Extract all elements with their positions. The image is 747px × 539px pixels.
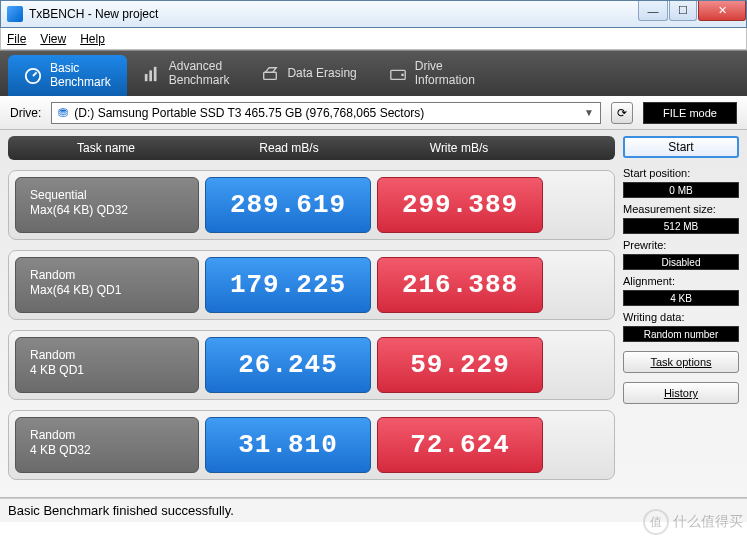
write-value: 216.388 — [377, 257, 543, 313]
write-value: 72.624 — [377, 417, 543, 473]
result-row: RandomMax(64 KB) QD1179.225216.388 — [8, 250, 615, 320]
tab-advanced-benchmark[interactable]: AdvancedBenchmark — [127, 51, 246, 96]
menu-view[interactable]: View — [40, 32, 66, 46]
main-panel: Task name Read mB/s Write mB/s Sequentia… — [0, 130, 747, 498]
task-name: SequentialMax(64 KB) QD32 — [15, 177, 199, 233]
disk-icon: ⛃ — [58, 106, 68, 120]
tab-drive-information[interactable]: DriveInformation — [373, 51, 491, 96]
status-text: Basic Benchmark finished successfully. — [8, 503, 234, 518]
header-read: Read mB/s — [204, 141, 374, 155]
drive-icon — [389, 65, 407, 83]
tab-strip: BasicBenchmark AdvancedBenchmark Data Er… — [0, 50, 747, 96]
history-button[interactable]: History — [623, 382, 739, 404]
measurement-size-value[interactable]: 512 MB — [623, 218, 739, 234]
tab-data-erasing[interactable]: Data Erasing — [245, 51, 372, 96]
menu-file[interactable]: File — [7, 32, 26, 46]
header-task: Task name — [8, 141, 204, 155]
refresh-button[interactable]: ⟳ — [611, 102, 633, 124]
svg-rect-5 — [264, 72, 277, 79]
app-icon — [7, 6, 23, 22]
result-row: Random4 KB QD3231.81072.624 — [8, 410, 615, 480]
header-write: Write mB/s — [374, 141, 544, 155]
write-value: 299.389 — [377, 177, 543, 233]
read-value: 31.810 — [205, 417, 371, 473]
measurement-size-label: Measurement size: — [623, 203, 739, 215]
results-header: Task name Read mB/s Write mB/s — [8, 136, 615, 160]
status-bar: Basic Benchmark finished successfully. — [0, 498, 747, 522]
erase-icon — [261, 65, 279, 83]
svg-rect-4 — [154, 66, 157, 80]
alignment-label: Alignment: — [623, 275, 739, 287]
maximize-button[interactable]: ☐ — [669, 1, 697, 21]
drive-row: Drive: ⛃ (D:) Samsung Portable SSD T3 46… — [0, 96, 747, 130]
results-panel: Task name Read mB/s Write mB/s Sequentia… — [8, 136, 615, 497]
file-mode-indicator[interactable]: FILE mode — [643, 102, 737, 124]
writing-data-label: Writing data: — [623, 311, 739, 323]
window-titlebar: TxBENCH - New project — ☐ ✕ — [0, 0, 747, 28]
drive-label: Drive: — [10, 106, 41, 120]
task-name: Random4 KB QD1 — [15, 337, 199, 393]
result-row: Random4 KB QD126.24559.229 — [8, 330, 615, 400]
read-value: 289.619 — [205, 177, 371, 233]
read-value: 179.225 — [205, 257, 371, 313]
write-value: 59.229 — [377, 337, 543, 393]
prewrite-label: Prewrite: — [623, 239, 739, 251]
drive-select[interactable]: ⛃ (D:) Samsung Portable SSD T3 465.75 GB… — [51, 102, 601, 124]
refresh-icon: ⟳ — [617, 106, 627, 120]
svg-line-1 — [33, 72, 37, 76]
task-name: Random4 KB QD32 — [15, 417, 199, 473]
task-options-button[interactable]: Task options — [623, 351, 739, 373]
result-row: SequentialMax(64 KB) QD32289.619299.389 — [8, 170, 615, 240]
svg-rect-3 — [149, 70, 152, 81]
writing-data-value[interactable]: Random number — [623, 326, 739, 342]
menu-help[interactable]: Help — [80, 32, 105, 46]
drive-selected: (D:) Samsung Portable SSD T3 465.75 GB (… — [74, 106, 424, 120]
start-button[interactable]: Start — [623, 136, 739, 158]
task-name: RandomMax(64 KB) QD1 — [15, 257, 199, 313]
svg-point-7 — [401, 73, 404, 76]
tab-basic-benchmark[interactable]: BasicBenchmark — [8, 55, 127, 96]
bars-icon — [143, 65, 161, 83]
gauge-icon — [24, 67, 42, 85]
chevron-down-icon: ▼ — [584, 107, 594, 118]
alignment-value[interactable]: 4 KB — [623, 290, 739, 306]
side-panel: Start Start position: 0 MB Measurement s… — [623, 136, 739, 497]
start-position-label: Start position: — [623, 167, 739, 179]
close-button[interactable]: ✕ — [698, 1, 746, 21]
prewrite-value[interactable]: Disabled — [623, 254, 739, 270]
start-position-value[interactable]: 0 MB — [623, 182, 739, 198]
menu-bar: File View Help — [0, 28, 747, 50]
read-value: 26.245 — [205, 337, 371, 393]
svg-rect-2 — [145, 74, 148, 81]
window-title: TxBENCH - New project — [29, 7, 158, 21]
minimize-button[interactable]: — — [638, 1, 668, 21]
